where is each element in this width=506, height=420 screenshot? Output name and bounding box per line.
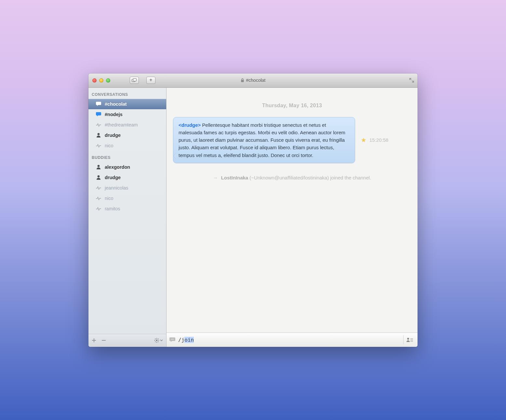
- person-icon: [96, 164, 101, 169]
- conversation-item-label: #chocolat: [105, 101, 127, 107]
- svg-point-17: [173, 339, 174, 340]
- svg-line-12: [158, 342, 159, 342]
- buddy-item-label: alexgordon: [105, 164, 130, 170]
- person-lines-icon: [406, 337, 413, 342]
- minimize-window-button[interactable]: [99, 78, 103, 83]
- pulse-icon: [96, 186, 101, 190]
- message-body: Pellentesque habitant morbi tristique se…: [179, 122, 345, 158]
- conversation-item-label: nico: [105, 143, 113, 148]
- buddy-item-label: ramitos: [105, 206, 120, 211]
- user-list-button[interactable]: [403, 335, 416, 344]
- buddy-item[interactable]: ramitos: [88, 203, 166, 214]
- message-bubble: <drudge> Pellentesque habitant morbi tri…: [173, 117, 355, 163]
- message-meta: ★ 15:20:58: [361, 137, 388, 144]
- conversation-item[interactable]: nico: [88, 140, 166, 151]
- zoom-window-button[interactable]: [106, 78, 110, 83]
- pulse-icon: [96, 123, 101, 127]
- buddy-item-label: drudge: [105, 175, 121, 180]
- conversations-list: #chocolat#nodejs#thedreamteamdrudgenico: [88, 99, 166, 151]
- chat-icon: [96, 101, 101, 106]
- settings-menu-button[interactable]: [154, 338, 163, 343]
- svg-line-14: [158, 339, 159, 339]
- fullscreen-button[interactable]: [409, 78, 414, 83]
- buddy-item[interactable]: nico: [88, 193, 166, 203]
- sidebar-footer: [88, 334, 166, 347]
- star-icon[interactable]: ★: [361, 137, 366, 144]
- chat-bubble-icon: [169, 337, 176, 343]
- svg-rect-1: [133, 79, 137, 81]
- windows-icon: [132, 78, 137, 82]
- system-actor: LostInInaka: [221, 175, 248, 180]
- message-row: <drudge> Pellentesque habitant morbi tri…: [172, 116, 412, 168]
- close-window-button[interactable]: [92, 78, 97, 83]
- remove-button[interactable]: [101, 338, 106, 343]
- titlebar: + #chocolat: [88, 73, 418, 88]
- buddy-item-label: jeannicolas: [105, 185, 128, 190]
- conversation-item-label: #nodejs: [105, 112, 123, 117]
- system-message: → LostInInaka (~Unknown@unaffiliated/los…: [172, 168, 412, 187]
- svg-point-5: [98, 175, 100, 177]
- plus-icon: +: [149, 77, 152, 83]
- input-prefix: /j: [178, 337, 184, 343]
- person-icon: [96, 175, 101, 180]
- input-selection: oin: [184, 337, 194, 343]
- add-button[interactable]: [92, 338, 96, 343]
- chat-panel: Thursday, May 16, 2013 <drudge> Pellente…: [166, 88, 418, 347]
- svg-point-16: [172, 339, 173, 340]
- svg-point-18: [407, 338, 409, 340]
- new-conversation-button[interactable]: +: [146, 77, 155, 84]
- input-bar: /join: [166, 333, 418, 347]
- svg-line-13: [155, 342, 156, 342]
- window-controls: [88, 78, 110, 83]
- lock-icon: [241, 78, 244, 83]
- sidebar: CONVERSATIONS #chocolat#nodejs#thedreamt…: [88, 88, 166, 347]
- conversation-item[interactable]: drudge: [88, 130, 166, 140]
- message-input[interactable]: /join: [178, 337, 401, 343]
- arrow-right-icon: →: [213, 175, 218, 180]
- chat-b-icon: [96, 112, 101, 117]
- sidebar-section-buddies: BUDDIES: [88, 151, 166, 162]
- pulse-icon: [96, 144, 101, 148]
- svg-point-3: [98, 133, 100, 135]
- svg-rect-2: [241, 80, 244, 82]
- svg-point-15: [171, 339, 172, 340]
- gear-icon: [154, 338, 159, 343]
- buddy-item-label: nico: [105, 196, 113, 201]
- conversation-item[interactable]: #chocolat: [88, 99, 166, 109]
- pulse-icon: [96, 207, 101, 211]
- windows-toggle-button[interactable]: [130, 77, 139, 84]
- person-icon: [96, 133, 101, 138]
- message-author: <drudge>: [179, 122, 201, 128]
- conversation-item[interactable]: #nodejs: [88, 109, 166, 120]
- date-separator: Thursday, May 16, 2013: [172, 94, 412, 116]
- chat-scroll[interactable]: Thursday, May 16, 2013 <drudge> Pellente…: [166, 88, 418, 333]
- message-time: 15:20:58: [369, 137, 388, 143]
- chevron-down-icon: [160, 339, 163, 341]
- conversation-item-label: drudge: [105, 133, 121, 138]
- buddy-item[interactable]: jeannicolas: [88, 183, 166, 193]
- svg-point-6: [156, 340, 158, 341]
- app-window: + #chocolat CONVERSATIONS #chocolat#node…: [88, 73, 418, 347]
- svg-line-11: [155, 339, 156, 339]
- pulse-icon: [96, 196, 101, 200]
- buddy-item[interactable]: alexgordon: [88, 162, 166, 172]
- buddies-list: alexgordondrudgejeannicolasnicoramitos: [88, 162, 166, 214]
- system-rest: (~Unknown@unaffiliated/lostininaka) join…: [248, 175, 371, 180]
- main-split: CONVERSATIONS #chocolat#nodejs#thedreamt…: [88, 88, 418, 347]
- conversation-item[interactable]: #thedreamteam: [88, 120, 166, 130]
- window-title-text: #chocolat: [246, 78, 266, 83]
- sidebar-section-conversations: CONVERSATIONS: [88, 88, 166, 99]
- conversation-item-label: #thedreamteam: [105, 122, 138, 127]
- buddy-item[interactable]: drudge: [88, 172, 166, 183]
- svg-point-4: [98, 165, 100, 167]
